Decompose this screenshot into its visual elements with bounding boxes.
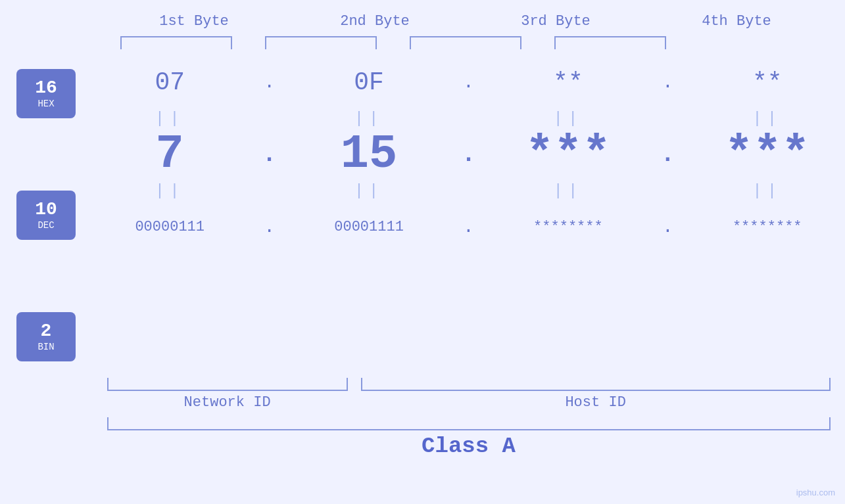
- eq2-4: ||: [695, 182, 840, 200]
- top-bracket-2: [249, 36, 393, 49]
- host-id-label: Host ID: [361, 394, 831, 411]
- outer-bracket-row: [107, 417, 831, 430]
- base-labels-column: 16 HEX 10 DEC 2 BIN: [0, 56, 92, 375]
- top-brackets-row: [104, 36, 827, 49]
- top-bracket-1: [104, 36, 249, 49]
- byte-header-4: 4th Byte: [664, 13, 809, 30]
- data-values-area: 07 . 0F . ** . ** || || || || 7 .: [92, 56, 845, 375]
- bracket-top-4: [554, 36, 666, 49]
- eq2-1: ||: [97, 182, 242, 200]
- eq-3: ||: [496, 110, 640, 127]
- bin-val-3: ********: [496, 219, 640, 235]
- dec-val-2: 15: [297, 127, 441, 181]
- bracket-top-1: [120, 36, 232, 49]
- bracket-top-3: [410, 36, 521, 49]
- hex-dot-3: .: [651, 72, 684, 93]
- dec-val-4: ***: [695, 127, 840, 181]
- equals-row-2: || || || ||: [92, 181, 845, 200]
- eq-1: ||: [97, 110, 242, 127]
- hex-badge-num: 16: [35, 79, 57, 97]
- dec-val-1: 7: [97, 127, 242, 181]
- equals-row-1: || || || ||: [92, 108, 845, 128]
- network-id-label: Network ID: [107, 394, 348, 411]
- top-bracket-3: [393, 36, 538, 49]
- network-bracket: [107, 378, 348, 391]
- hex-dot-1: .: [253, 72, 286, 93]
- byte-header-1: 1st Byte: [122, 13, 266, 30]
- outer-bracket: [107, 417, 831, 430]
- dec-data-row: 7 . 15 . *** . ***: [92, 128, 845, 181]
- bracket-top-2: [265, 36, 377, 49]
- hex-dot-2: .: [452, 72, 485, 93]
- bin-badge-num: 2: [41, 322, 52, 340]
- byte-header-2: 2nd Byte: [302, 13, 447, 30]
- bottom-brackets-row: [107, 378, 831, 391]
- hex-data-row: 07 . 0F . ** . **: [92, 56, 845, 108]
- byte-header-3: 3rd Byte: [483, 13, 628, 30]
- hex-val-1: 07: [97, 68, 242, 97]
- eq-4: ||: [695, 110, 840, 127]
- eq-2: ||: [297, 110, 441, 127]
- bin-dot-2: .: [452, 217, 485, 237]
- bin-val-2: 00001111: [297, 219, 441, 235]
- eq2-3: ||: [496, 182, 640, 200]
- hex-badge: 16 HEX: [16, 69, 76, 118]
- byte-headers-row: 1st Byte 2nd Byte 3rd Byte 4th Byte: [104, 13, 827, 30]
- class-label: Class A: [107, 434, 831, 459]
- dec-dot-2: .: [452, 141, 485, 168]
- bin-badge-label: BIN: [37, 342, 54, 352]
- bin-dot-1: .: [253, 217, 286, 237]
- dec-badge-num: 10: [35, 200, 57, 219]
- hex-badge-label: HEX: [37, 99, 54, 109]
- hex-val-2: 0F: [297, 68, 441, 97]
- dec-dot-1: .: [253, 141, 286, 168]
- hex-val-3: **: [496, 68, 640, 97]
- bin-dot-3: .: [651, 217, 684, 237]
- watermark: ipshu.com: [796, 488, 835, 497]
- bin-val-4: ********: [695, 219, 840, 235]
- id-labels-row: Network ID Host ID: [107, 394, 831, 411]
- dec-badge-label: DEC: [37, 220, 54, 231]
- dec-val-3: ***: [496, 127, 640, 181]
- dec-dot-3: .: [651, 141, 684, 168]
- main-container: 1st Byte 2nd Byte 3rd Byte 4th Byte 16 H…: [0, 0, 845, 504]
- bin-data-row: 00000111 . 00001111 . ******** . *******…: [92, 200, 845, 253]
- bin-badge: 2 BIN: [16, 312, 76, 361]
- bin-val-1: 00000111: [97, 219, 242, 235]
- eq2-2: ||: [297, 182, 441, 200]
- top-bracket-4: [538, 36, 683, 49]
- hex-val-4: **: [695, 68, 840, 97]
- main-data-area: 16 HEX 10 DEC 2 BIN 07 . 0F . **: [0, 56, 845, 375]
- host-bracket: [361, 378, 831, 391]
- dec-badge: 10 DEC: [16, 191, 76, 240]
